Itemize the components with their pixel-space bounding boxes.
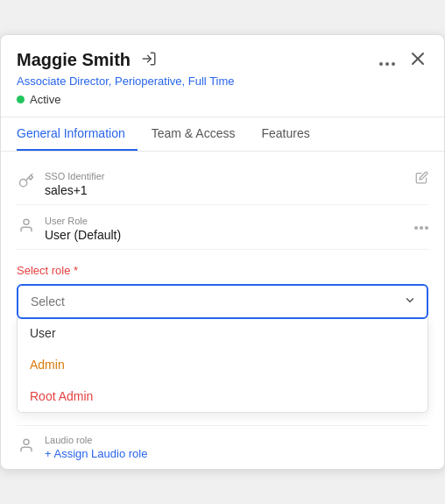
user-subtitle: Associate Director, Perioperative, Full … [17,75,428,88]
user-role-label: User Role [45,216,428,226]
subtitle-highlight: Full Time [188,75,235,88]
dropdown-list: User Admin Root Admin [17,317,428,413]
svg-point-2 [385,62,389,66]
user-role-content: User Role User (Default) [45,216,428,242]
user-role-more-icon[interactable] [414,216,428,234]
svg-point-9 [420,226,423,230]
sso-field-content: SSO Identifier sales+1 [45,171,428,197]
more-options-button[interactable] [376,51,399,70]
dropdown-item-root-admin[interactable]: Root Admin [18,380,427,412]
header-actions [376,50,428,70]
required-marker: * [70,264,78,277]
sso-edit-icon[interactable] [415,171,428,187]
laudio-role-label: Laudio role [45,435,428,445]
user-role-field-row: User Role User (Default) [17,212,428,250]
select-role-dropdown[interactable] [17,284,428,319]
key-icon [17,173,36,193]
tabs-bar: General Information Team & Access Featur… [1,117,444,152]
select-role-section: Select role * User Admin Root Admin [17,264,428,413]
dropdown-item-user[interactable]: User [18,317,427,349]
user-detail-panel: Maggie Smith [0,34,445,470]
laudio-role-section: Laudio role + Assign Laudio role [17,425,428,460]
sso-value: sales+1 [45,183,428,197]
user-role-icon [17,217,36,238]
svg-point-10 [425,226,428,230]
svg-point-7 [24,219,29,224]
svg-point-11 [24,439,29,444]
sso-label: SSO Identifier [45,171,428,181]
status-label: Active [30,93,60,106]
tab-team-access[interactable]: Team & Access [152,117,248,151]
login-icon-button[interactable] [138,49,160,71]
panel-body: SSO Identifier sales+1 User Role User [1,152,444,469]
panel-header: Maggie Smith [1,35,444,117]
tab-features[interactable]: Features [261,117,321,151]
svg-point-3 [392,62,395,66]
status-dot-icon [17,96,25,103]
close-button[interactable] [407,50,428,70]
svg-point-1 [379,62,383,66]
select-role-input[interactable] [18,286,427,317]
dropdown-item-admin[interactable]: Admin [18,349,427,380]
subtitle-text: Associate Director, Perioperative, [17,75,188,88]
select-role-label: Select role * [17,264,428,277]
user-name: Maggie Smith [17,50,131,70]
laudio-role-row: Laudio role + Assign Laudio role [17,435,428,460]
laudio-assign-link[interactable]: + Assign Laudio role [45,447,428,460]
tab-general-information[interactable]: General Information [17,117,138,151]
svg-point-8 [414,226,418,230]
laudio-user-icon [17,437,36,458]
header-name-row: Maggie Smith [17,49,160,71]
header-top: Maggie Smith [17,49,428,71]
sso-field-row: SSO Identifier sales+1 [17,167,428,205]
laudio-role-content: Laudio role + Assign Laudio role [45,435,428,460]
user-role-value: User (Default) [45,228,428,242]
status-row: Active [17,93,428,110]
